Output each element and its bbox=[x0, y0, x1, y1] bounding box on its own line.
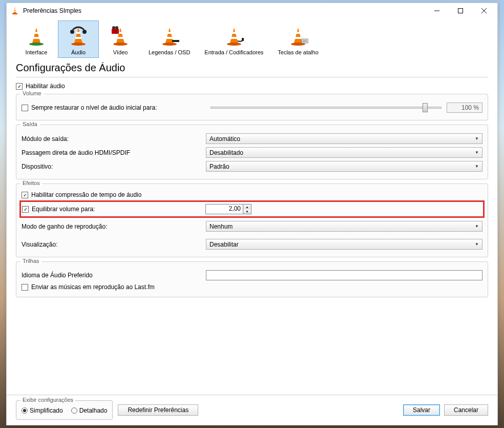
interface-cone-icon bbox=[24, 24, 49, 49]
device-label: Dispositivo: bbox=[22, 163, 206, 170]
svg-point-11 bbox=[29, 43, 44, 46]
preferred-lang-label: Idioma de Áudio Preferido bbox=[22, 272, 206, 279]
titlebar: Preferências SImples bbox=[7, 3, 497, 18]
output-module-dropdown[interactable]: Automático bbox=[206, 133, 482, 144]
input-cone-icon bbox=[222, 24, 246, 49]
show-settings-title: Exibir configurações bbox=[20, 397, 75, 403]
minimize-button[interactable] bbox=[430, 6, 444, 16]
svg-point-16 bbox=[70, 30, 74, 34]
vlc-cone-icon bbox=[11, 7, 19, 15]
simple-radio[interactable] bbox=[22, 407, 28, 414]
tracks-group: Trilhas Idioma de Áudio Preferido Enviar… bbox=[16, 261, 488, 297]
tab-audio[interactable]: Áudio bbox=[58, 21, 99, 58]
cancel-button[interactable]: Cancelar bbox=[444, 404, 488, 416]
tab-label: Vídeo bbox=[113, 49, 128, 55]
svg-marker-12 bbox=[74, 28, 82, 43]
footer: Exibir configurações Simplificado Detalh… bbox=[7, 395, 497, 425]
svg-rect-26 bbox=[167, 32, 172, 34]
passthrough-dropdown[interactable]: Desabilitado bbox=[206, 147, 482, 158]
visualization-label: Visualização: bbox=[22, 241, 206, 248]
content-area: Configurações de Áudio ✓ Habilitar áudio… bbox=[7, 58, 497, 395]
detailed-label: Detalhado bbox=[79, 407, 108, 414]
tab-input[interactable]: Entrada / Codificadores bbox=[198, 21, 270, 58]
enable-audio-row: ✓ Habilitar áudio bbox=[16, 83, 488, 90]
svg-rect-13 bbox=[76, 32, 80, 34]
detailed-radio[interactable] bbox=[71, 407, 77, 414]
hotkeys-cone-icon bbox=[286, 24, 310, 49]
reset-button[interactable]: Redefinir Preferências bbox=[118, 404, 198, 416]
show-settings-group: Exibir configurações Simplificado Detalh… bbox=[16, 400, 113, 420]
preferred-lang-input[interactable] bbox=[206, 270, 482, 280]
device-dropdown[interactable]: Padrão bbox=[206, 161, 482, 172]
group-title: Volume bbox=[20, 90, 44, 96]
svg-rect-22 bbox=[112, 29, 119, 34]
time-stretch-label: Habilitar compressão de tempo de áudio bbox=[31, 191, 141, 198]
spinner-up-icon[interactable]: ▲ bbox=[243, 205, 251, 209]
lastfm-checkbox[interactable] bbox=[22, 284, 28, 291]
svg-rect-2 bbox=[14, 11, 16, 12]
svg-point-33 bbox=[227, 43, 241, 46]
preferences-window: Preferências SImples Interface Áudio Víd… bbox=[6, 3, 498, 425]
maximize-button[interactable] bbox=[453, 6, 468, 16]
svg-rect-10 bbox=[33, 37, 39, 39]
svg-point-28 bbox=[162, 43, 177, 46]
highlighted-normalize-row: ✓ Equilibrar volume para: 2,00 ▲ ▼ bbox=[19, 200, 485, 218]
svg-point-17 bbox=[82, 30, 87, 34]
svg-rect-1 bbox=[14, 9, 16, 10]
lastfm-label: Enviar as músicas em reprodução ao Last.… bbox=[31, 283, 155, 291]
effects-group: Efeitos ✓ Habilitar compressão de tempo … bbox=[16, 184, 488, 257]
svg-rect-39 bbox=[302, 39, 308, 43]
svg-rect-36 bbox=[296, 32, 300, 34]
page-title: Configurações de Áudio bbox=[16, 61, 488, 77]
svg-point-23 bbox=[112, 26, 115, 29]
tab-label: Entrada / Codificadores bbox=[204, 49, 263, 55]
svg-rect-37 bbox=[295, 37, 301, 39]
svg-rect-20 bbox=[117, 37, 123, 39]
audio-cone-icon bbox=[66, 24, 91, 49]
tab-label: Legendas / OSD bbox=[149, 49, 190, 55]
tab-hotkeys[interactable]: Teclas de atalho bbox=[271, 21, 325, 58]
tab-label: Teclas de atalho bbox=[278, 49, 319, 55]
visualization-dropdown[interactable]: Desabilitar bbox=[206, 239, 482, 250]
tab-label: Áudio bbox=[71, 49, 86, 55]
save-button[interactable]: Salvar bbox=[403, 404, 440, 416]
svg-point-24 bbox=[115, 26, 118, 29]
svg-rect-5 bbox=[458, 9, 463, 13]
close-button[interactable] bbox=[477, 6, 491, 16]
tab-video[interactable]: Vídeo bbox=[100, 21, 141, 58]
category-tabs: Interface Áudio Vídeo Legendas / OSD Ent… bbox=[7, 18, 497, 58]
passthrough-label: Passagem direta de áudio HDMI/SPDIF bbox=[22, 149, 206, 156]
svg-rect-31 bbox=[232, 32, 236, 34]
svg-rect-19 bbox=[118, 32, 122, 34]
replay-gain-dropdown[interactable]: Nenhum bbox=[206, 221, 482, 232]
spinner-down-icon[interactable]: ▼ bbox=[243, 209, 251, 214]
svg-rect-34 bbox=[242, 38, 244, 41]
svg-point-15 bbox=[71, 43, 86, 46]
volume-slider[interactable] bbox=[211, 107, 442, 109]
simple-label: Simplificado bbox=[30, 407, 63, 414]
svg-marker-0 bbox=[13, 7, 16, 13]
tab-interface[interactable]: Interface bbox=[16, 21, 57, 58]
normalize-value: 2,00 bbox=[206, 205, 243, 214]
group-title: Saída bbox=[20, 121, 39, 127]
svg-rect-14 bbox=[75, 37, 81, 39]
restore-volume-checkbox[interactable] bbox=[22, 105, 28, 111]
subtitles-cone-icon bbox=[157, 24, 182, 49]
window-controls bbox=[430, 6, 491, 16]
volume-percent: 100 % bbox=[447, 103, 482, 113]
output-module-label: Módulo de saída: bbox=[22, 135, 206, 142]
svg-marker-8 bbox=[32, 28, 40, 43]
tab-subtitles[interactable]: Legendas / OSD bbox=[142, 21, 197, 58]
group-title: Efeitos bbox=[20, 180, 42, 186]
output-group: Saída Módulo de saída: Automático Passag… bbox=[16, 125, 488, 179]
svg-marker-35 bbox=[294, 28, 302, 43]
time-stretch-checkbox[interactable]: ✓ bbox=[22, 192, 28, 198]
restore-volume-label: Sempre restaurar o nível de áudio inicia… bbox=[31, 104, 205, 111]
normalize-spinner[interactable]: 2,00 ▲ ▼ bbox=[205, 204, 251, 214]
normalize-checkbox[interactable]: ✓ bbox=[22, 206, 29, 213]
tab-label: Interface bbox=[26, 49, 48, 55]
svg-rect-27 bbox=[166, 37, 173, 39]
enable-audio-checkbox[interactable]: ✓ bbox=[16, 83, 23, 90]
enable-audio-label: Habilitar áudio bbox=[26, 83, 65, 90]
svg-rect-32 bbox=[231, 37, 237, 39]
